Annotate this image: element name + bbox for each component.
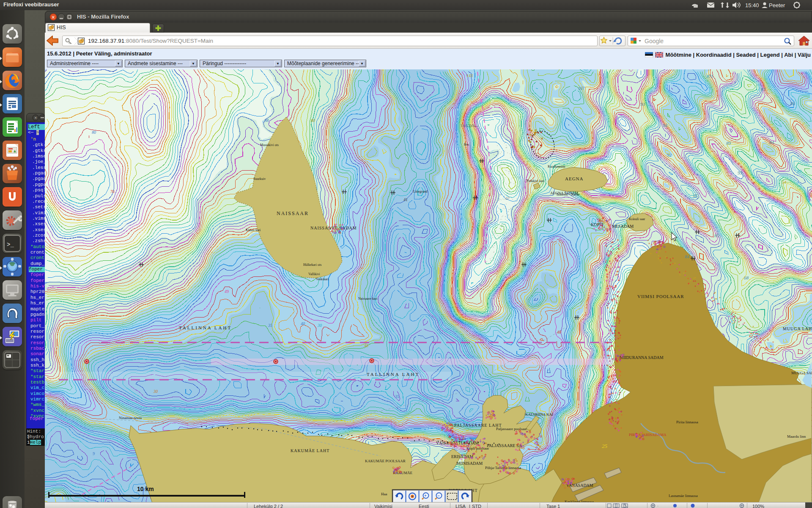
svg-text:ERISADAM: ERISADAM	[451, 454, 473, 459]
svg-text:76: 76	[110, 189, 115, 194]
svg-text:167: 167	[578, 86, 585, 91]
svg-text:85: 85	[714, 233, 719, 238]
svg-text:54: 54	[782, 180, 786, 185]
svg-text:PALJASSAARE LAHT: PALJASSAARE LAHT	[454, 423, 502, 428]
svg-text:·: ·	[657, 504, 658, 508]
svg-text:40: 40	[301, 321, 305, 326]
svg-text:AEGNA: AEGNA	[565, 176, 584, 181]
svg-text:35: 35	[268, 323, 272, 328]
svg-text:Lasnamäe linnaosa: Lasnamäe linnaosa	[669, 494, 698, 498]
svg-text:88: 88	[264, 118, 269, 123]
svg-text:85: 85	[693, 193, 698, 198]
svg-text:84: 84	[769, 140, 774, 145]
svg-text:TALLINNA LAHT: TALLINNA LAHT	[367, 372, 420, 377]
svg-text:Kavar: Kavar	[571, 193, 580, 196]
svg-text:Pirita linnaosa: Pirita linnaosa	[676, 420, 698, 424]
svg-text:>_: >_	[7, 241, 14, 248]
svg-text:15:40: 15:40	[745, 2, 759, 8]
svg-text:Talneem: Talneem	[556, 193, 568, 196]
svg-text:KATARIINA KAI: KATARIINA KAI	[525, 412, 553, 417]
svg-text:67: 67	[505, 196, 510, 201]
svg-text:87: 87	[761, 87, 766, 92]
svg-text:49: 49	[225, 289, 229, 294]
svg-text:×: ×	[34, 115, 37, 120]
svg-text:Maardu linn: Maardu linn	[787, 434, 806, 439]
svg-text:Kopli poolsaar: Kopli poolsaar	[466, 446, 489, 450]
svg-text:Paljassaare poolsaar: Paljassaare poolsaar	[496, 427, 527, 431]
svg-text:871: 871	[707, 74, 713, 79]
svg-text:Veskikari: Veskikari	[316, 277, 329, 281]
svg-text:MIIDURANNA SADAM: MIIDURANNA SADAM	[620, 355, 664, 360]
svg-text:TALLINN—: TALLINN—	[461, 124, 479, 128]
svg-text:KAKUMÄE LAHT: KAKUMÄE LAHT	[291, 448, 329, 453]
svg-text:Res: Res	[464, 143, 469, 146]
svg-text:93: 93	[640, 102, 645, 107]
svg-text:MUUGA SAD: MUUGA SAD	[791, 371, 812, 375]
svg-text:Haa: Haa	[381, 492, 387, 496]
svg-text:TALLINNA LAHT: TALLINNA LAHT	[179, 325, 232, 330]
svg-text:×: ×	[52, 14, 55, 20]
svg-text:MESADAM: MESADAM	[612, 224, 634, 229]
svg-text:99: 99	[797, 169, 801, 174]
svg-text:10 km: 10 km	[137, 486, 154, 492]
svg-text:Vallikivi: Vallikivi	[308, 272, 320, 276]
svg-text:30: 30	[317, 323, 322, 328]
svg-text:48: 48	[557, 330, 561, 334]
svg-text:68: 68	[744, 275, 749, 280]
svg-text:Klausi kari: Klausi kari	[246, 228, 261, 232]
svg-text:9: 9	[93, 451, 95, 456]
svg-text:MIINISADAM: MIINISADAM	[456, 461, 483, 466]
svg-text:84: 84	[685, 254, 690, 259]
svg-text:80: 80	[92, 130, 96, 135]
svg-text:94: 94	[663, 123, 668, 128]
svg-text:Kuzikneem: Kuzikneem	[548, 164, 565, 168]
svg-text:KAKUMÄE POOLSAAR: KAKUMÄE POOLSAAR	[365, 459, 406, 463]
svg-text:+: +	[424, 494, 426, 498]
svg-text:86: 86	[790, 101, 796, 106]
svg-text:MUUGA LAHT: MUUGA LAHT	[783, 326, 812, 331]
svg-text:PIRITA JAHISADAMA: PIRITA JAHISADAMA	[629, 433, 667, 437]
svg-text:Pedakivi kari: Pedakivi kari	[527, 179, 545, 183]
svg-text:Suurkuiv: Suurkuiv	[253, 177, 266, 181]
svg-text:Naissaare kari: Naissaare kari	[358, 297, 378, 301]
svg-text:30: 30	[153, 389, 158, 394]
svg-text:35: 35	[395, 394, 399, 399]
svg-text:NAISSAAR: NAISSAAR	[277, 210, 309, 216]
svg-text:92: 92	[667, 152, 672, 157]
svg-text:48: 48	[364, 343, 368, 348]
svg-text:Mustakivi ots: Mustakivi ots	[260, 143, 279, 147]
svg-text:Ninamaa neem: Ninamaa neem	[119, 416, 142, 420]
svg-text:93: 93	[738, 170, 743, 175]
svg-text:Peeter: Peeter	[769, 2, 785, 8]
svg-text:80: 80	[311, 118, 315, 123]
svg-text:41: 41	[403, 197, 408, 202]
svg-text:Hülkekari ots: Hülkekari ots	[303, 263, 321, 267]
svg-text:VIIMSI POOLSAAR: VIIMSI POOLSAAR	[637, 294, 684, 299]
svg-text:89: 89	[726, 141, 731, 146]
svg-text:Littegrund: Littegrund	[413, 190, 428, 193]
svg-text:143: 143	[466, 73, 473, 78]
svg-text:−: −	[437, 494, 439, 498]
svg-text:25: 25	[602, 443, 608, 449]
svg-text:Kräsuli saar: Kräsuli saar	[629, 217, 645, 221]
